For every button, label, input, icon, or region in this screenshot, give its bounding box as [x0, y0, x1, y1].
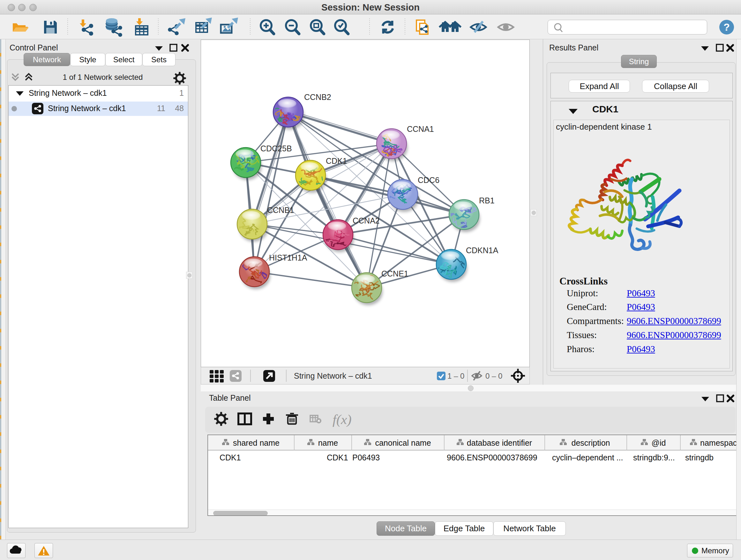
svg-text:CDK1: CDK1 — [219, 453, 241, 462]
svg-text:stringdb: stringdb — [685, 453, 714, 462]
svg-text:CDK1: CDK1 — [327, 453, 348, 462]
svg-text:CCNE1: CCNE1 — [381, 269, 408, 278]
svg-text:0 – 0: 0 – 0 — [485, 372, 502, 380]
svg-text:?: ? — [724, 21, 730, 33]
svg-text:database identifier: database identifier — [467, 438, 532, 447]
svg-text:cyclin–dependent ...: cyclin–dependent ... — [552, 453, 623, 462]
svg-text:CCNA2: CCNA2 — [353, 216, 380, 225]
svg-text:canonical name: canonical name — [375, 438, 431, 447]
svg-text:name: name — [318, 438, 338, 447]
svg-text:f(x): f(x) — [333, 412, 352, 427]
svg-text:HIST1H1A: HIST1H1A — [269, 253, 307, 262]
svg-text:P06493: P06493 — [352, 453, 380, 462]
svg-text:1 – 0: 1 – 0 — [448, 372, 464, 380]
svg-text:CDK1: CDK1 — [326, 157, 347, 165]
svg-text:RB1: RB1 — [479, 196, 495, 205]
svg-text:CCNA1: CCNA1 — [407, 125, 434, 133]
svg-text:9606.ENSP00000378699: 9606.ENSP00000378699 — [447, 453, 537, 462]
svg-text:stringdb:9...: stringdb:9... — [633, 453, 675, 462]
svg-text:@id: @id — [652, 438, 666, 447]
svg-text:CDC6: CDC6 — [418, 176, 440, 185]
svg-text:shared name: shared name — [233, 438, 280, 447]
svg-text:CCNB1: CCNB1 — [267, 206, 294, 214]
svg-text:namespace: namespace — [700, 438, 741, 447]
svg-text:CDC25B: CDC25B — [260, 144, 292, 153]
svg-text:description: description — [571, 438, 610, 447]
svg-text:String Network – cdk1: String Network – cdk1 — [294, 371, 372, 380]
svg-text:CDKN1A: CDKN1A — [466, 246, 498, 255]
svg-text:CCNB2: CCNB2 — [304, 92, 331, 102]
